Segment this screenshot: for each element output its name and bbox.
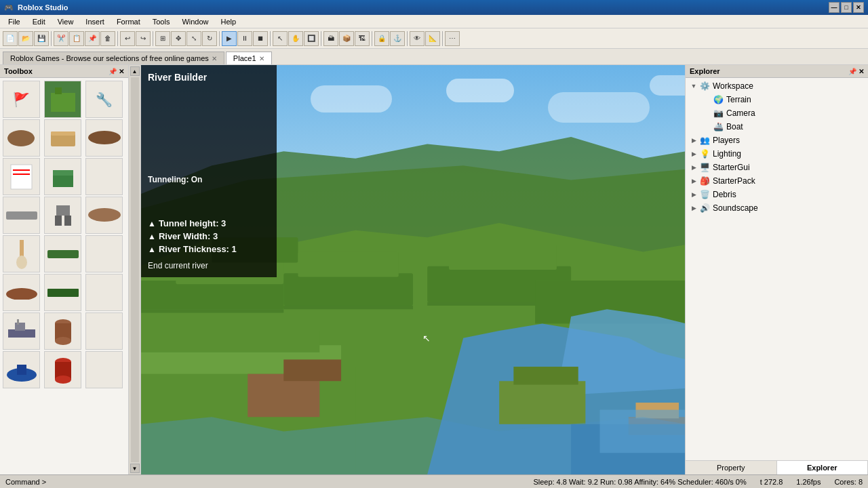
toolbox-pin[interactable]: 📌: [108, 68, 117, 75]
menu-insert[interactable]: Insert: [80, 16, 110, 27]
tab-browse-close[interactable]: ✕: [212, 55, 217, 62]
toolbox-item-ship[interactable]: [3, 312, 40, 350]
tb-anchor[interactable]: ⚓: [390, 31, 405, 46]
title-bar-left: 🎮 Roblox Studio: [4, 3, 68, 12]
explorer-item-workspace[interactable]: ▼ ⚙️ Workspace: [687, 79, 867, 93]
toolbox-item-green-block[interactable]: [44, 158, 81, 195]
scroll-down[interactable]: ▼: [130, 464, 140, 473]
explorer-close[interactable]: ✕: [859, 68, 864, 75]
rb-end-river[interactable]: End current river: [148, 261, 270, 270]
tab-place1[interactable]: Place1 ✕: [226, 52, 272, 64]
tb-cut[interactable]: ✂️: [54, 31, 68, 46]
startergui-toggle[interactable]: ▶: [690, 163, 698, 171]
menu-view[interactable]: View: [52, 16, 79, 27]
rb-thickness-up-arrow[interactable]: ▲: [148, 245, 156, 254]
tb-rotate[interactable]: ↻: [202, 31, 217, 46]
tab-place1-close[interactable]: ✕: [259, 55, 264, 62]
debris-toggle[interactable]: ▶: [690, 190, 698, 199]
tb-copy[interactable]: 📋: [69, 31, 84, 46]
tb-grab[interactable]: ✋: [288, 31, 303, 46]
tb-paste[interactable]: 📌: [85, 31, 100, 46]
explorer-item-boat[interactable]: 🚢 Boat: [701, 120, 867, 134]
explorer-item-players[interactable]: ▶ 👥 Players: [687, 134, 867, 147]
players-toggle[interactable]: ▶: [690, 136, 698, 144]
tb-play[interactable]: ▶: [222, 31, 237, 46]
toolbox-item-log2[interactable]: [85, 197, 123, 234]
menu-edit[interactable]: Edit: [27, 16, 51, 27]
maximize-button[interactable]: □: [841, 2, 852, 13]
explorer-item-camera[interactable]: 📷 Camera: [701, 106, 867, 120]
toolbox-item-brown1[interactable]: [3, 119, 40, 157]
toolbox-item-grey-flat[interactable]: [3, 197, 40, 234]
scroll-up[interactable]: ▲: [130, 66, 140, 76]
toolbox-item-blue-boat[interactable]: [3, 351, 40, 388]
toolbox-item-spacer3[interactable]: [85, 312, 123, 350]
menu-help[interactable]: Help: [216, 16, 242, 27]
menu-file[interactable]: File: [3, 16, 26, 27]
toolbox-item-spacer1[interactable]: [85, 235, 123, 272]
soundscape-toggle[interactable]: ▶: [690, 204, 698, 212]
tb-transform[interactable]: ⊞: [155, 31, 170, 46]
toolbox-item-brush[interactable]: [3, 235, 40, 272]
explorer-item-lighting[interactable]: ▶ 💡 Lighting: [687, 147, 867, 161]
toolbox-item-mech[interactable]: [44, 197, 81, 234]
toolbox-item-spacer2[interactable]: [85, 274, 123, 311]
toolbox-item-green-flat[interactable]: [44, 235, 81, 272]
toolbox-item-brown-barrel[interactable]: [44, 312, 81, 350]
toolbox-item-red[interactable]: [44, 351, 81, 388]
command-area[interactable]: Command >: [5, 478, 519, 486]
toolbox-item-box1[interactable]: [44, 119, 81, 157]
toolbox-item-green-log[interactable]: [44, 274, 81, 311]
minimize-button[interactable]: —: [829, 2, 840, 13]
tb-snap[interactable]: 🔲: [304, 31, 319, 46]
workspace-toggle[interactable]: ▼: [690, 82, 698, 90]
toolbox-close[interactable]: ✕: [119, 68, 124, 75]
tab-browse[interactable]: Roblox Games - Browse our selections of …: [3, 52, 224, 64]
toolbox-item-flag[interactable]: 🚩: [3, 81, 40, 118]
explorer-item-terrain[interactable]: 🌍 Terrain: [701, 93, 867, 106]
tb-move[interactable]: ✥: [171, 31, 186, 46]
tb-more1[interactable]: ⋯: [445, 31, 460, 46]
tab-property[interactable]: Property: [686, 461, 777, 474]
scroll-track[interactable]: [131, 77, 139, 462]
rb-width-up-arrow[interactable]: ▲: [148, 232, 156, 241]
menu-window[interactable]: Window: [176, 16, 214, 27]
toolbox-item-spacer4[interactable]: [85, 351, 123, 388]
toolbox-item-paper[interactable]: [3, 158, 40, 195]
tb-terrain[interactable]: 🏔: [323, 31, 338, 46]
tb-lock[interactable]: 🔒: [374, 31, 389, 46]
tb-delete[interactable]: 🗑: [100, 31, 115, 46]
toolbox-item-wrench[interactable]: 🔧: [85, 81, 123, 118]
tb-new[interactable]: 📄: [3, 31, 18, 46]
toolbox-item-brown-flat[interactable]: [3, 274, 40, 311]
tb-view1[interactable]: 👁: [410, 31, 425, 46]
toolbox-item-empty[interactable]: [85, 158, 123, 195]
tb-stop[interactable]: ⏹: [253, 31, 268, 46]
rb-tunnel-up-arrow[interactable]: ▲: [148, 219, 156, 228]
toolbox-item-brown-log[interactable]: [85, 119, 123, 157]
starterpack-toggle[interactable]: ▶: [690, 177, 698, 185]
tb-scale[interactable]: ⤡: [186, 31, 201, 46]
explorer-item-starterpack[interactable]: ▶ 🎒 StarterPack: [687, 174, 867, 188]
workspace-children: 🌍 Terrain 📷 Camera 🚢 Boat: [687, 93, 867, 134]
tb-part[interactable]: 📦: [339, 31, 354, 46]
tab-explorer[interactable]: Explorer: [777, 461, 869, 474]
tb-open[interactable]: 📂: [18, 31, 33, 46]
menu-format[interactable]: Format: [111, 16, 146, 27]
explorer-pin[interactable]: 📌: [848, 68, 856, 75]
tb-select[interactable]: ↖: [273, 31, 288, 46]
explorer-item-startergui[interactable]: ▶ 🖥️ StarterGui: [687, 161, 867, 174]
tb-model[interactable]: 🏗: [355, 31, 370, 46]
tb-save[interactable]: 💾: [34, 31, 49, 46]
tb-undo[interactable]: ↩: [120, 31, 135, 46]
tb-redo[interactable]: ↪: [136, 31, 151, 46]
explorer-item-soundscape[interactable]: ▶ 🔊 Soundscape: [687, 201, 867, 215]
close-button[interactable]: ✕: [853, 2, 864, 13]
toolbox-item-leaf[interactable]: [44, 81, 81, 118]
lighting-toggle[interactable]: ▶: [690, 150, 698, 158]
tb-pause[interactable]: ⏸: [237, 31, 252, 46]
explorer-item-debris[interactable]: ▶ 🗑️ Debris: [687, 188, 867, 201]
viewport[interactable]: River Builder Tunneling: On ▲ Tunnel hei…: [141, 65, 685, 474]
tb-view2[interactable]: 📐: [425, 31, 440, 46]
menu-tools[interactable]: Tools: [147, 16, 176, 27]
